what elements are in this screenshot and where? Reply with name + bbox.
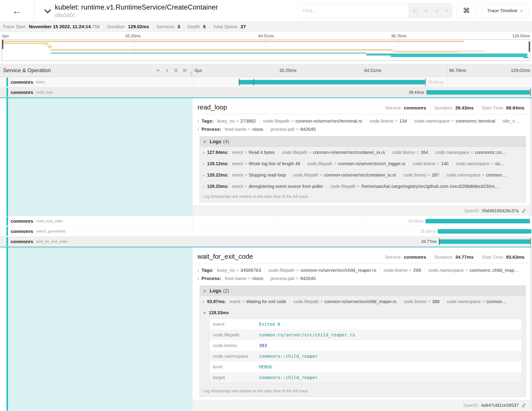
- back-button[interactable]: ←: [0, 0, 34, 21]
- logs-header[interactable]: ∨Logs(2): [200, 286, 526, 296]
- span-duration-label: 70.91ms: [428, 77, 443, 87]
- find-group: ∧ ∨ ×: [299, 3, 452, 18]
- span-bar[interactable]: [426, 90, 530, 95]
- log-field: code.namespace=conmon…: [446, 173, 506, 178]
- span-timeline-cell: 34.77ms: [193, 236, 532, 247]
- chevron-right-icon: ›: [203, 299, 204, 304]
- span-row-wait_for_exit_code[interactable]: conmonrswait_for_exit_code34.77ms: [0, 236, 532, 247]
- divider: [198, 114, 530, 114]
- timeline-gridline: [362, 236, 362, 247]
- field-separator: [267, 275, 267, 281]
- tags-row[interactable]: ›Tags:busy_ns=34506763code.filepath=conm…: [198, 267, 530, 273]
- log-field: code.namespace=co…: [456, 161, 504, 166]
- span-accent: [6, 227, 8, 236]
- timeline-gridline: [362, 216, 362, 226]
- chevron-right-icon: ›: [203, 161, 204, 166]
- log-entry[interactable]: ›128.25ms:event=deregistering event sour…: [200, 181, 526, 192]
- span-bar[interactable]: [439, 239, 530, 244]
- minimap-gridline: [398, 40, 398, 61]
- span-accent: [6, 88, 8, 97]
- span-accent: [6, 247, 8, 411]
- operation-name: listen: [36, 80, 45, 84]
- logs-footnote: Log timestamps are relative to the start…: [200, 387, 526, 397]
- log-entry[interactable]: ›128.22ms:event=Stopping read loopcode.f…: [200, 169, 526, 181]
- span-duration-label: 34.77ms: [421, 236, 437, 247]
- collapse-one-icon[interactable]: [155, 68, 161, 73]
- minimap-span-bar: [366, 54, 527, 56]
- field-separator: [399, 172, 400, 178]
- collapse-all-icon[interactable]: [173, 68, 179, 73]
- app-header: ← kubelet: runtime.v1.RuntimeService/Cre…: [0, 0, 532, 21]
- find-controls: ∧ ∨ ×: [409, 4, 452, 18]
- find-prev-icon[interactable]: ∧: [424, 8, 428, 14]
- span-accent: [6, 78, 8, 87]
- span-row-watch_grandchild[interactable]: conmonrswatch_grandchild35.58ms: [0, 226, 532, 236]
- span-boundary-tick: [239, 78, 239, 86]
- timeline-gridline: [277, 236, 278, 247]
- operation-name: watch_grandchild: [36, 229, 66, 234]
- scope-icon[interactable]: [412, 8, 418, 13]
- log-detail-row: levelDEBUG: [209, 362, 522, 372]
- span-name-cell[interactable]: conmonrsread_loop_stdin: [0, 216, 193, 226]
- span-detail-title: wait_for_exit_code: [198, 253, 253, 260]
- find-next-icon[interactable]: ∨: [435, 8, 439, 14]
- process-row[interactable]: ›Process:host.name=nixosprocess.pid=9420…: [198, 126, 530, 132]
- find-input[interactable]: [299, 4, 409, 18]
- span-detail-meta: Service: conmonrsDuration: 34.77msStart …: [385, 254, 530, 260]
- expand-one-icon[interactable]: [164, 68, 170, 73]
- span-name-cell[interactable]: conmonrslisten: [0, 77, 193, 87]
- span-name-cell[interactable]: conmonrswait_for_exit_code: [0, 236, 193, 247]
- process-row[interactable]: ›Process:host.name=nixosprocess.pid=9420…: [198, 275, 530, 281]
- span-row-read_loop[interactable]: conmonrsread_loop39.43ms: [0, 87, 532, 98]
- span-bar[interactable]: [239, 80, 425, 84]
- trace-view-selector[interactable]: Trace Timeline ∨: [482, 3, 528, 18]
- copy-link-icon[interactable]: [521, 208, 526, 213]
- span-id-row: SpanID:4a947cfd1ce59537: [193, 400, 532, 411]
- span-detail-header: read_loopService: conmonrsDuration: 39.4…: [198, 103, 530, 111]
- field-separator: [304, 161, 304, 166]
- minimap-canvas[interactable]: [2, 39, 530, 61]
- field-separator: [267, 126, 267, 132]
- span-detail-content: wait_for_exit_codeService: conmonrsDurat…: [193, 247, 532, 411]
- minimap-ruler: 0μs32.25ms64.51ms96.76ms129.02ms: [0, 32, 532, 39]
- summary-item-depth: Depth 5: [188, 24, 206, 29]
- span-row-read_loop_stdin[interactable]: conmonrsread_loop_stdin39.69ms: [0, 216, 532, 226]
- span-detail-meta: Service: conmonrsDuration: 39.43msStart …: [385, 105, 530, 111]
- keyboard-shortcuts-button[interactable]: ⌘: [457, 3, 476, 18]
- copy-link-icon[interactable]: [521, 403, 526, 408]
- process-field: host.name=nixos: [225, 276, 263, 281]
- span-name-cell[interactable]: conmonrswatch_grandchild: [0, 226, 193, 236]
- field-separator: [278, 150, 279, 155]
- tags-row[interactable]: ›Tags:busy_ns=273882code.filepath=conmon…: [198, 118, 530, 124]
- log-entry[interactable]: ›128.12ms:event=Wrote log line of length…: [200, 158, 526, 169]
- span-bar[interactable]: [438, 229, 531, 234]
- span-timeline-cell: 39.43ms: [193, 87, 532, 98]
- service-name: conmonrs: [11, 90, 33, 95]
- log-entry[interactable]: ›127.94ms:event=Read 4 bytescode.filepat…: [200, 147, 526, 158]
- logs-label: Logs: [210, 139, 221, 145]
- span-name-cell[interactable]: conmonrsread_loop: [0, 87, 193, 98]
- log-entry[interactable]: ›93.87ms:event=Waiting for exit codecode…: [200, 296, 526, 307]
- log-timestamp: 128.22ms:: [207, 173, 228, 178]
- minimap-tick-label: 129.02ms: [512, 34, 530, 39]
- log-detail-row: code.filepathconmon-rs/server/src/child_…: [209, 330, 522, 340]
- meta-separator: [430, 105, 430, 111]
- minimap-right-handle[interactable]: [529, 41, 530, 52]
- log-entry-expanded[interactable]: ∨128.33ms: [200, 307, 526, 318]
- expand-all-icon[interactable]: [182, 68, 188, 73]
- find-clear-icon[interactable]: ×: [446, 8, 449, 14]
- column-resize-handle[interactable]: [190, 71, 192, 76]
- log-timestamp: 127.94ms:: [207, 150, 228, 155]
- summary-item-trace-start: Trace Start November 15 2022, 11:24:14.7…: [3, 24, 100, 29]
- chevron-right-icon: ›: [198, 127, 199, 132]
- log-field: code.namespace=conmonrs::co…: [436, 150, 506, 155]
- span-row-listen[interactable]: conmonrslisten70.91ms: [0, 77, 532, 87]
- span-bar[interactable]: [426, 219, 530, 223]
- log-detail-key: code.lineno: [209, 340, 257, 351]
- minimap-left-handle[interactable]: [2, 40, 3, 49]
- field-separator: [366, 118, 366, 124]
- service-name: conmonrs: [11, 229, 33, 234]
- span-detail-title: read_loop: [198, 103, 227, 111]
- collapse-trace-chevron-icon[interactable]: [44, 9, 52, 15]
- logs-header[interactable]: ∨Logs(4): [200, 137, 526, 147]
